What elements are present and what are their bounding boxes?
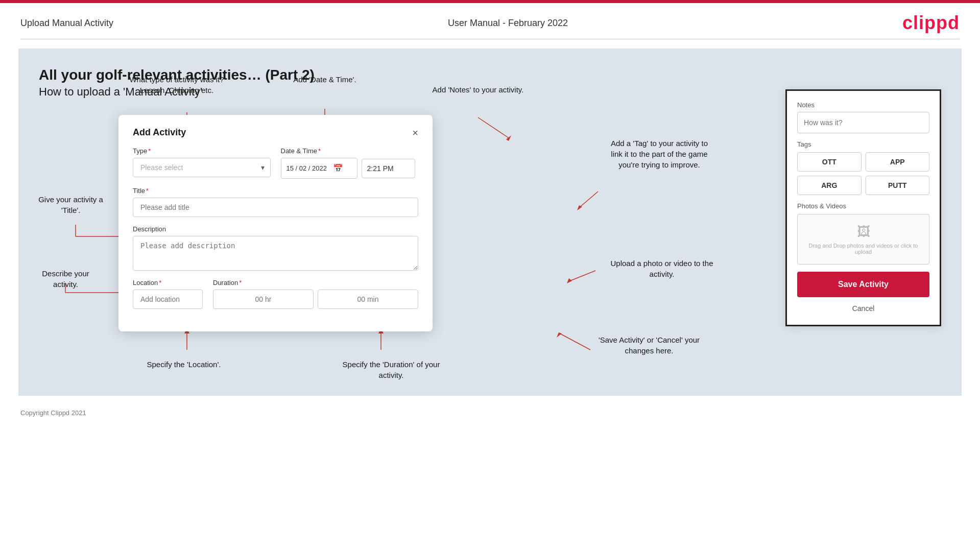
datetime-inputs: 15 / 02 / 2022 📅 bbox=[281, 158, 419, 179]
duration-label: Duration* bbox=[213, 279, 418, 286]
header-center: User Manual - February 2022 bbox=[448, 18, 568, 29]
time-input[interactable] bbox=[362, 159, 415, 178]
header-left: Upload Manual Activity bbox=[20, 18, 113, 29]
notes-label: Notes bbox=[797, 101, 929, 109]
type-select[interactable]: Please select bbox=[133, 158, 271, 177]
phone-inner: Notes Tags OTT APP ARG PUTT Photos & Vid… bbox=[787, 91, 940, 325]
callout-duration: Specify the 'Duration' of your activity. bbox=[330, 359, 452, 380]
location-input[interactable] bbox=[133, 290, 203, 309]
duration-hr-input[interactable] bbox=[213, 290, 314, 309]
location-label: Location* bbox=[133, 279, 203, 286]
description-group: Description bbox=[133, 225, 418, 271]
callout-add-tag: Add a 'Tag' to your activity to link it … bbox=[606, 138, 713, 170]
title-label: Title* bbox=[133, 187, 418, 195]
duration-min-input[interactable] bbox=[318, 290, 418, 309]
datetime-label: Date & Time* bbox=[281, 147, 419, 155]
tag-arg[interactable]: ARG bbox=[797, 176, 862, 195]
title-input[interactable] bbox=[133, 198, 418, 217]
svg-line-15 bbox=[478, 117, 509, 138]
svg-line-21 bbox=[560, 333, 590, 350]
datetime-group: Date & Time* 15 / 02 / 2022 📅 bbox=[281, 147, 419, 179]
dialog-title: Add Activity bbox=[133, 127, 186, 138]
type-select-wrapper: Please select bbox=[133, 158, 271, 177]
duration-group: Duration* bbox=[213, 279, 418, 309]
callout-activity-type: What type of activity was it? Lesson, Ch… bbox=[121, 74, 233, 95]
tags-grid: OTT APP ARG PUTT bbox=[797, 152, 929, 195]
svg-line-17 bbox=[570, 271, 595, 281]
svg-marker-16 bbox=[506, 135, 511, 141]
callout-give-title: Give your activity a 'Title'. bbox=[34, 194, 108, 215]
header-divider bbox=[20, 39, 960, 39]
notes-input[interactable] bbox=[797, 112, 929, 133]
photos-drop-zone[interactable]: 🖼 Drag and Drop photos and videos or cli… bbox=[797, 214, 929, 265]
tag-app[interactable]: APP bbox=[866, 152, 930, 172]
photos-text: Drag and Drop photos and videos or click… bbox=[803, 243, 924, 255]
callout-save-cancel: 'Save Activity' or 'Cancel' your changes… bbox=[590, 334, 708, 356]
tags-label: Tags bbox=[797, 140, 929, 148]
svg-line-19 bbox=[580, 191, 598, 207]
callout-add-notes: Add 'Notes' to your activity. bbox=[427, 84, 529, 95]
photos-label: Photos & Videos bbox=[797, 202, 929, 210]
svg-marker-18 bbox=[567, 278, 572, 283]
main-content: All your golf-relevant activities… (Part… bbox=[18, 49, 962, 396]
add-activity-dialog: Add Activity × Type* Please select Date … bbox=[118, 115, 433, 331]
footer: Copyright Clippd 2021 bbox=[0, 405, 980, 421]
callout-date-time: Add 'Date & Time'. bbox=[274, 74, 376, 85]
photo-icon: 🖼 bbox=[857, 224, 870, 239]
logo: clippd bbox=[902, 12, 960, 34]
location-group: Location* bbox=[133, 279, 203, 309]
date-input[interactable]: 15 / 02 / 2022 📅 bbox=[281, 158, 357, 179]
tag-putt[interactable]: PUTT bbox=[866, 176, 930, 195]
type-datetime-row: Type* Please select Date & Time* 15 / 02… bbox=[133, 147, 418, 179]
tag-ott[interactable]: OTT bbox=[797, 152, 862, 172]
phone-panel: Notes Tags OTT APP ARG PUTT Photos & Vid… bbox=[785, 89, 941, 326]
type-label: Type* bbox=[133, 147, 271, 155]
duration-inputs bbox=[213, 290, 418, 309]
cancel-button[interactable]: Cancel bbox=[797, 302, 929, 315]
save-activity-button[interactable]: Save Activity bbox=[797, 272, 929, 297]
close-button[interactable]: × bbox=[412, 128, 418, 138]
callout-upload-photo: Upload a photo or video to the activity. bbox=[606, 258, 718, 279]
callout-describe: Describe your activity. bbox=[29, 268, 103, 290]
svg-marker-20 bbox=[577, 205, 582, 210]
location-duration-row: Location* Duration* bbox=[133, 279, 418, 309]
description-label: Description bbox=[133, 225, 418, 233]
title-group: Title* bbox=[133, 187, 418, 217]
description-input[interactable] bbox=[133, 236, 418, 271]
callout-location: Specify the 'Location'. bbox=[138, 359, 230, 370]
copyright: Copyright Clippd 2021 bbox=[20, 409, 86, 417]
dialog-header: Add Activity × bbox=[133, 127, 418, 138]
header: Upload Manual Activity User Manual - Feb… bbox=[0, 3, 980, 39]
type-group: Type* Please select bbox=[133, 147, 271, 179]
svg-marker-22 bbox=[557, 332, 562, 338]
